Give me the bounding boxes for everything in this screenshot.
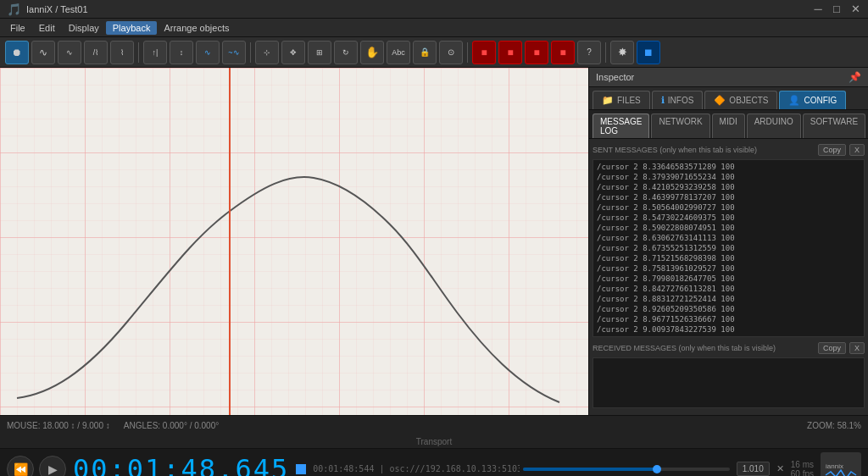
transport-controls: ⏪ ▶: [7, 456, 66, 477]
tab-config[interactable]: 👤 CONFIG: [779, 91, 846, 109]
draw-complex-button[interactable]: ⌇: [110, 41, 134, 64]
config-icon: 👤: [788, 95, 800, 106]
subtab-message-log-label: MESSAGE LOG: [600, 117, 642, 136]
play-mode-button[interactable]: ⏺: [5, 41, 29, 64]
resize-tool[interactable]: ⊞: [308, 41, 331, 64]
tab-files-label: FILES: [617, 96, 641, 105]
transport-progress-fill: [523, 468, 657, 471]
add-cursor-button[interactable]: ↕: [170, 41, 193, 64]
eyedrop-tool[interactable]: ⊙: [439, 41, 463, 64]
canvas-area[interactable]: [0, 68, 588, 415]
inspector-subtabs: MESSAGE LOG NETWORK MIDI ARDUINO SOFTWAR…: [589, 110, 868, 139]
statusbar: MOUSE: 18.000 ↕ / 9.000 ↕ ANGLES: 0.000°…: [0, 415, 868, 435]
iannix-logo: iannix: [821, 452, 861, 477]
subtab-midi[interactable]: MIDI: [712, 113, 745, 138]
subtab-software[interactable]: SOFTWARE: [803, 113, 865, 138]
infos-icon: ℹ: [661, 95, 665, 106]
minimize-button[interactable]: ─: [812, 3, 824, 15]
transport-progress-thumb: [653, 465, 661, 473]
fps-indicator: 16 ms 60 fps: [791, 460, 814, 477]
list-item: /cursor 2 8.88312721252414 100: [595, 294, 862, 304]
zoom-level: ZOOM: 58.1%: [807, 421, 861, 430]
rec-red2[interactable]: ■: [498, 41, 522, 64]
add-trigger-button[interactable]: ↑|: [143, 41, 167, 64]
subtab-arduino-label: ARDUINO: [754, 117, 793, 126]
tab-files[interactable]: 📁 FILES: [593, 91, 650, 109]
main-area: Inspector 📌 📁 FILES ℹ INFOS 🔶 OBJECTS 👤 …: [0, 68, 868, 415]
tab-objects[interactable]: 🔶 OBJECTS: [704, 91, 777, 109]
svg-text:iannix: iannix: [826, 462, 843, 470]
lock-tool[interactable]: 🔒: [413, 41, 437, 64]
speed-reset-button[interactable]: ✕: [776, 463, 784, 474]
subtab-software-label: SOFTWARE: [810, 117, 858, 126]
text-tool[interactable]: Abc: [387, 41, 410, 64]
window-title: IanniX / Test01: [26, 4, 812, 14]
list-item: /cursor 2 8.59022808074951 100: [595, 223, 862, 233]
blue-indicator: [296, 464, 306, 474]
draw-curve-button[interactable]: ∿: [31, 41, 55, 64]
subtab-message-log[interactable]: MESSAGE LOG: [593, 113, 649, 138]
inspector-panel: Inspector 📌 📁 FILES ℹ INFOS 🔶 OBJECTS 👤 …: [588, 68, 868, 415]
tab-infos[interactable]: ℹ INFOS: [652, 91, 704, 109]
close-button[interactable]: ✕: [849, 3, 861, 15]
stop-blue-button[interactable]: ⏹: [637, 41, 660, 64]
subtab-arduino[interactable]: ARDUINO: [747, 113, 801, 138]
transport-slider-area: 00:01:48:544 | osc:///192.168.10.133:510…: [313, 464, 730, 473]
speed-display: 1.010: [737, 462, 770, 476]
sent-messages-content[interactable]: /cursor 2 8.33646583571289 100 /cursor 2…: [593, 159, 865, 337]
sent-header: SENT MESSAGES (only when this tab is vis…: [593, 142, 865, 158]
rec-red4[interactable]: ■: [551, 41, 575, 64]
message-log: SENT MESSAGES (only when this tab is vis…: [589, 139, 868, 415]
fps-value: 60 fps: [791, 469, 814, 477]
move-tool[interactable]: ✥: [281, 41, 305, 64]
list-item: /cursor 2 8.96771526336667 100: [595, 314, 862, 324]
objects-icon: 🔶: [714, 95, 726, 106]
transport-message: 00:01:48:544 | osc:///192.168.10.133:510…: [313, 464, 520, 473]
draw-smooth-button[interactable]: ~∿: [222, 41, 246, 64]
draw-sine-button[interactable]: ∿: [58, 41, 81, 64]
list-item: /cursor 2 8.79980182647705 100: [595, 274, 862, 284]
list-item: /cursor 2 8.33646583571289 100: [595, 162, 862, 172]
menubar: File Edit Display Playback Arrange objec…: [0, 19, 868, 37]
sent-actions: Copy X: [818, 144, 865, 156]
hand-tool[interactable]: ✋: [360, 41, 384, 64]
menu-file[interactable]: File: [3, 21, 32, 35]
draw-ramp-button[interactable]: /⌇: [84, 41, 108, 64]
list-item: /cursor 2 8.50564002990727 100: [595, 202, 862, 213]
burst-button[interactable]: ✸: [610, 41, 634, 64]
transport-bar: ⏪ ▶ 00:01:48.645 00:01:48:544 | osc:///1…: [0, 448, 868, 476]
list-item: /cursor 2 8.63062763141113 100: [595, 233, 862, 243]
list-item: /cursor 2 8.92605209350586 100: [595, 304, 862, 314]
subtab-network[interactable]: NETWORK: [651, 113, 709, 138]
inspector-title: Inspector: [596, 72, 634, 82]
angles: ANGLES: 0.000° / 0.000°: [124, 421, 220, 430]
menu-edit[interactable]: Edit: [32, 21, 62, 35]
rec-red3[interactable]: ■: [525, 41, 548, 64]
maximize-button[interactable]: □: [831, 3, 843, 15]
sep2: [250, 42, 251, 63]
menu-display[interactable]: Display: [62, 21, 106, 35]
sent-copy-button[interactable]: Copy: [818, 144, 846, 156]
help-button[interactable]: ?: [577, 41, 601, 64]
received-header: RECEIVED MESSAGES (only when this tab is…: [593, 340, 865, 356]
tab-objects-label: OBJECTS: [729, 96, 768, 105]
received-clear-button[interactable]: X: [849, 342, 865, 354]
menu-playback[interactable]: Playback: [106, 21, 158, 35]
list-item: /cursor 2 9.00937843227539 100: [595, 324, 862, 335]
rotate-tool[interactable]: ↻: [334, 41, 358, 64]
received-copy-button[interactable]: Copy: [818, 342, 846, 354]
list-item: /cursor 2 8.71521568298398 100: [595, 253, 862, 263]
transport-progress-bar[interactable]: [523, 468, 730, 471]
window-controls: ─ □ ✕: [812, 3, 861, 15]
play-button[interactable]: ▶: [39, 456, 66, 477]
rec-red1[interactable]: ■: [472, 41, 496, 64]
sent-clear-button[interactable]: X: [849, 144, 865, 156]
select-tool[interactable]: ⊹: [255, 41, 279, 64]
playback-cursor: [229, 68, 231, 415]
draw-free-button[interactable]: ∿: [196, 41, 220, 64]
rewind-button[interactable]: ⏪: [7, 456, 34, 477]
inspector-tabs: 📁 FILES ℹ INFOS 🔶 OBJECTS 👤 CONFIG: [589, 87, 868, 110]
sep4: [605, 42, 606, 63]
received-messages-content[interactable]: [593, 357, 865, 408]
menu-arrange[interactable]: Arrange objects: [157, 21, 236, 35]
